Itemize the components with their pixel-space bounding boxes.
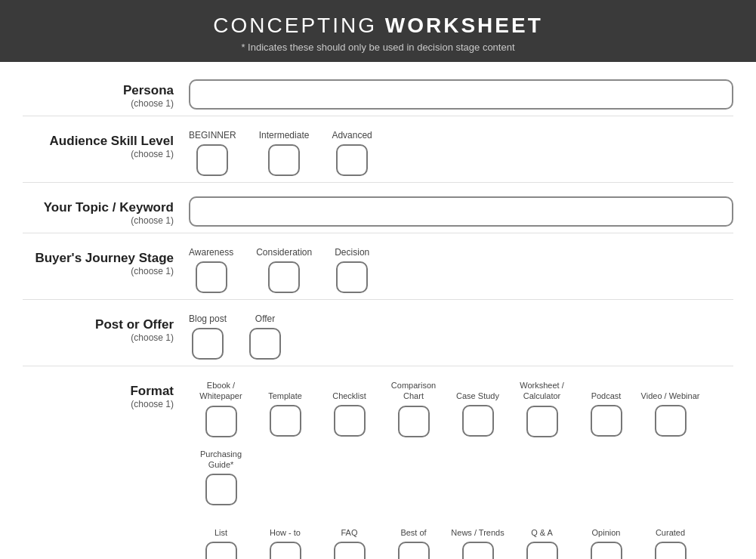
format-purchasing-item: Purchasing Guide* bbox=[189, 449, 253, 506]
format-list-checkbox[interactable] bbox=[205, 542, 237, 559]
journey-awareness-item: Awareness bbox=[189, 247, 233, 293]
format-faq-item: FAQ bbox=[317, 517, 381, 559]
topic-row: Your Topic / Keyword (choose 1) bbox=[23, 190, 733, 233]
post-offer-offer-item: Offer bbox=[249, 313, 281, 360]
persona-label: Persona (choose 1) bbox=[23, 79, 189, 109]
topic-input[interactable] bbox=[189, 196, 733, 227]
topic-field-area bbox=[189, 196, 733, 227]
audience-field-area: BEGINNER Intermediate Advanced bbox=[189, 130, 733, 176]
format-podcast-label: Podcast bbox=[591, 380, 622, 401]
format-howto-item: How - to bbox=[253, 517, 317, 559]
format-opinion-label: Opinion bbox=[592, 517, 621, 538]
format-curated-label: Curated bbox=[656, 517, 685, 538]
audience-intermediate-label: Intermediate bbox=[259, 130, 310, 141]
persona-field-area bbox=[189, 79, 733, 110]
post-offer-row: Post or Offer (choose 1) Blog post Offer bbox=[23, 307, 733, 366]
format-podcast-item: Podcast bbox=[574, 380, 638, 437]
format-bestof-label: Best of bbox=[400, 517, 426, 538]
post-offer-blogpost-label: Blog post bbox=[189, 313, 227, 324]
page-header: CONCEPTING WORKSHEET * Indicates these s… bbox=[0, 0, 756, 62]
journey-awareness-label: Awareness bbox=[189, 247, 233, 258]
format-checklist-checkbox[interactable] bbox=[334, 405, 366, 437]
format-podcast-checkbox[interactable] bbox=[591, 405, 622, 437]
format-comparison-checkbox[interactable] bbox=[398, 406, 430, 437]
audience-checkbox-group: BEGINNER Intermediate Advanced bbox=[189, 130, 733, 176]
format-video-checkbox[interactable] bbox=[655, 405, 687, 437]
audience-beginner-label: BEGINNER bbox=[189, 130, 236, 141]
format-checklist-label: Checklist bbox=[332, 380, 366, 401]
journey-checkbox-group: Awareness Consideration Decision bbox=[189, 247, 733, 293]
journey-label: Buyer's Journey Stage (choose 1) bbox=[23, 247, 189, 276]
audience-advanced-item: Advanced bbox=[332, 130, 372, 176]
format-curated-item: Curated bbox=[638, 517, 702, 559]
format-row: Format (choose 1) Ebook / Whitepaper Tem… bbox=[23, 374, 733, 559]
topic-label: Your Topic / Keyword (choose 1) bbox=[23, 196, 189, 226]
format-qa-checkbox[interactable] bbox=[526, 542, 558, 559]
post-offer-checkbox-group: Blog post Offer bbox=[189, 313, 733, 360]
post-offer-blogpost-checkbox[interactable] bbox=[192, 328, 224, 360]
format-worksheet-checkbox[interactable] bbox=[526, 406, 558, 437]
format-casestudy-item: Case Study bbox=[446, 380, 510, 437]
journey-decision-checkbox[interactable] bbox=[336, 261, 368, 293]
format-list-label: List bbox=[214, 517, 227, 538]
format-ebook-item: Ebook / Whitepaper bbox=[189, 380, 253, 437]
format-casestudy-label: Case Study bbox=[456, 380, 499, 401]
format-casestudy-checkbox[interactable] bbox=[462, 405, 494, 437]
journey-consideration-item: Consideration bbox=[256, 247, 312, 293]
format-newstrends-item: News / Trends bbox=[446, 517, 510, 559]
format-opinion-checkbox[interactable] bbox=[591, 542, 622, 559]
format-comparison-label: Comparison Chart bbox=[381, 380, 446, 402]
format-faq-label: FAQ bbox=[341, 517, 357, 538]
format-list-item: List bbox=[189, 517, 253, 559]
format-purchasing-checkbox[interactable] bbox=[205, 474, 237, 505]
format-curated-checkbox[interactable] bbox=[655, 542, 687, 559]
format-video-label: Video / Webinar bbox=[641, 380, 700, 401]
audience-beginner-checkbox[interactable] bbox=[196, 144, 228, 176]
post-offer-field-area: Blog post Offer bbox=[189, 313, 733, 360]
audience-label: Audience Skill Level (choose 1) bbox=[23, 130, 189, 159]
format-faq-checkbox[interactable] bbox=[334, 542, 366, 559]
format-newstrends-checkbox[interactable] bbox=[462, 542, 494, 559]
format-template-item: Template bbox=[253, 380, 317, 437]
format-newstrends-label: News / Trends bbox=[451, 517, 504, 538]
audience-intermediate-checkbox[interactable] bbox=[268, 144, 300, 176]
journey-consideration-label: Consideration bbox=[256, 247, 312, 258]
journey-row: Buyer's Journey Stage (choose 1) Awarene… bbox=[23, 241, 733, 300]
post-offer-offer-label: Offer bbox=[255, 313, 275, 324]
format-qa-label: Q & A bbox=[531, 517, 553, 538]
format-comparison-item: Comparison Chart bbox=[381, 380, 446, 437]
format-bestof-item: Best of bbox=[381, 517, 446, 559]
audience-intermediate-item: Intermediate bbox=[259, 130, 310, 176]
audience-advanced-checkbox[interactable] bbox=[336, 144, 368, 176]
format-ebook-checkbox[interactable] bbox=[205, 406, 237, 437]
format-row1-group: Ebook / Whitepaper Template Checklist Co… bbox=[189, 380, 733, 517]
format-howto-checkbox[interactable] bbox=[270, 542, 301, 559]
audience-beginner-item: BEGINNER bbox=[189, 130, 236, 176]
format-opinion-item: Opinion bbox=[574, 517, 638, 559]
format-template-label: Template bbox=[268, 380, 302, 401]
journey-decision-item: Decision bbox=[335, 247, 369, 293]
page-subtitle: * Indicates these should only be used in… bbox=[15, 42, 741, 53]
persona-input[interactable] bbox=[189, 79, 733, 110]
audience-row: Audience Skill Level (choose 1) BEGINNER… bbox=[23, 124, 733, 183]
page-title: CONCEPTING WORKSHEET bbox=[15, 14, 741, 38]
journey-consideration-checkbox[interactable] bbox=[268, 261, 300, 293]
journey-decision-label: Decision bbox=[335, 247, 369, 258]
format-video-item: Video / Webinar bbox=[638, 380, 702, 437]
format-worksheet-label: Worksheet / Calculator bbox=[510, 380, 574, 402]
persona-row: Persona (choose 1) bbox=[23, 73, 733, 116]
format-label: Format (choose 1) bbox=[23, 380, 189, 409]
format-ebook-label: Ebook / Whitepaper bbox=[189, 380, 253, 402]
format-howto-label: How - to bbox=[270, 517, 301, 538]
format-bestof-checkbox[interactable] bbox=[398, 542, 430, 559]
audience-advanced-label: Advanced bbox=[332, 130, 372, 141]
format-worksheet-item: Worksheet / Calculator bbox=[510, 380, 574, 437]
post-offer-label: Post or Offer (choose 1) bbox=[23, 313, 189, 343]
worksheet-content: Persona (choose 1) Audience Skill Level … bbox=[0, 62, 756, 559]
format-checklist-item: Checklist bbox=[317, 380, 381, 437]
journey-awareness-checkbox[interactable] bbox=[196, 261, 227, 293]
format-purchasing-label: Purchasing Guide* bbox=[189, 449, 253, 471]
format-template-checkbox[interactable] bbox=[270, 405, 301, 437]
post-offer-offer-checkbox[interactable] bbox=[249, 328, 281, 360]
format-field-area: Ebook / Whitepaper Template Checklist Co… bbox=[189, 380, 733, 559]
